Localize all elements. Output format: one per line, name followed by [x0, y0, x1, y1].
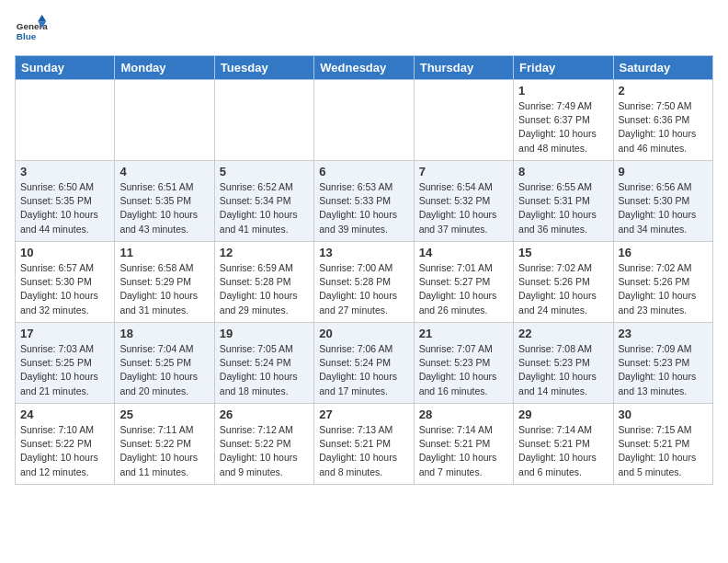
- cell-content: Sunrise: 6:51 AM Sunset: 5:35 PM Dayligh…: [119, 180, 209, 236]
- logo: General Blue: [15, 15, 51, 48]
- cell-content: Sunrise: 7:14 AM Sunset: 5:21 PM Dayligh…: [419, 423, 508, 479]
- calendar-table: SundayMondayTuesdayWednesdayThursdayFrid…: [15, 55, 713, 485]
- cell-content: Sunrise: 7:03 AM Sunset: 5:25 PM Dayligh…: [20, 342, 109, 398]
- day-number: 3: [20, 165, 109, 178]
- calendar-cell: 22Sunrise: 7:08 AM Sunset: 5:23 PM Dayli…: [514, 323, 613, 404]
- calendar-cell: 24Sunrise: 7:10 AM Sunset: 5:22 PM Dayli…: [16, 404, 115, 485]
- calendar-cell: 11Sunrise: 6:58 AM Sunset: 5:29 PM Dayli…: [115, 242, 214, 323]
- calendar-cell: 23Sunrise: 7:09 AM Sunset: 5:23 PM Dayli…: [613, 323, 712, 404]
- day-number: 23: [619, 327, 708, 340]
- calendar-week-row: 17Sunrise: 7:03 AM Sunset: 5:25 PM Dayli…: [16, 323, 713, 404]
- day-number: 17: [20, 327, 109, 340]
- day-number: 11: [119, 246, 209, 259]
- calendar-cell: 27Sunrise: 7:13 AM Sunset: 5:21 PM Dayli…: [314, 404, 414, 485]
- day-header-wednesday: Wednesday: [314, 56, 414, 80]
- cell-content: Sunrise: 6:55 AM Sunset: 5:31 PM Dayligh…: [518, 180, 608, 236]
- calendar-cell: 25Sunrise: 7:11 AM Sunset: 5:22 PM Dayli…: [115, 404, 214, 485]
- day-number: 16: [619, 246, 708, 259]
- cell-content: Sunrise: 6:58 AM Sunset: 5:29 PM Dayligh…: [119, 261, 209, 317]
- day-number: 14: [419, 246, 508, 259]
- day-number: 18: [119, 327, 209, 340]
- day-number: 10: [20, 246, 109, 259]
- calendar-cell: 12Sunrise: 6:59 AM Sunset: 5:28 PM Dayli…: [214, 242, 313, 323]
- day-number: 1: [518, 84, 608, 98]
- svg-marker-3: [38, 15, 46, 21]
- calendar-cell: 29Sunrise: 7:14 AM Sunset: 5:21 PM Dayli…: [514, 404, 613, 485]
- day-number: 21: [419, 327, 508, 340]
- cell-content: Sunrise: 6:53 AM Sunset: 5:33 PM Dayligh…: [319, 180, 408, 236]
- calendar-cell: [414, 80, 513, 161]
- calendar-cell: 26Sunrise: 7:12 AM Sunset: 5:22 PM Dayli…: [214, 404, 313, 485]
- calendar-cell: 4Sunrise: 6:51 AM Sunset: 5:35 PM Daylig…: [115, 161, 214, 242]
- cell-content: Sunrise: 7:04 AM Sunset: 5:25 PM Dayligh…: [119, 342, 209, 398]
- day-header-thursday: Thursday: [414, 56, 513, 80]
- calendar-cell: 3Sunrise: 6:50 AM Sunset: 5:35 PM Daylig…: [16, 161, 115, 242]
- day-header-friday: Friday: [514, 56, 613, 80]
- cell-content: Sunrise: 7:50 AM Sunset: 6:36 PM Dayligh…: [619, 99, 708, 155]
- calendar-cell: 17Sunrise: 7:03 AM Sunset: 5:25 PM Dayli…: [16, 323, 115, 404]
- day-number: 28: [419, 408, 508, 421]
- calendar-cell: 9Sunrise: 6:56 AM Sunset: 5:30 PM Daylig…: [613, 161, 712, 242]
- svg-text:Blue: Blue: [17, 31, 37, 41]
- day-number: 8: [518, 165, 608, 178]
- cell-content: Sunrise: 7:02 AM Sunset: 5:26 PM Dayligh…: [518, 261, 608, 317]
- calendar-cell: [115, 80, 214, 161]
- cell-content: Sunrise: 7:49 AM Sunset: 6:37 PM Dayligh…: [518, 99, 608, 155]
- day-number: 7: [419, 165, 508, 178]
- calendar-cell: [214, 80, 313, 161]
- day-number: 5: [220, 165, 309, 178]
- day-number: 9: [619, 165, 708, 178]
- calendar-week-row: 1Sunrise: 7:49 AM Sunset: 6:37 PM Daylig…: [16, 80, 713, 161]
- cell-content: Sunrise: 7:13 AM Sunset: 5:21 PM Dayligh…: [319, 423, 408, 479]
- day-number: 19: [220, 327, 309, 340]
- calendar-cell: 10Sunrise: 6:57 AM Sunset: 5:30 PM Dayli…: [16, 242, 115, 323]
- page-header: General Blue: [15, 15, 713, 48]
- cell-content: Sunrise: 7:05 AM Sunset: 5:24 PM Dayligh…: [220, 342, 309, 398]
- cell-content: Sunrise: 7:12 AM Sunset: 5:22 PM Dayligh…: [220, 423, 309, 479]
- day-header-monday: Monday: [115, 56, 214, 80]
- day-number: 12: [220, 246, 309, 259]
- calendar-cell: 19Sunrise: 7:05 AM Sunset: 5:24 PM Dayli…: [214, 323, 313, 404]
- cell-content: Sunrise: 7:06 AM Sunset: 5:24 PM Dayligh…: [319, 342, 408, 398]
- cell-content: Sunrise: 7:14 AM Sunset: 5:21 PM Dayligh…: [518, 423, 608, 479]
- cell-content: Sunrise: 7:15 AM Sunset: 5:21 PM Dayligh…: [619, 423, 708, 479]
- calendar-cell: 28Sunrise: 7:14 AM Sunset: 5:21 PM Dayli…: [414, 404, 513, 485]
- calendar-cell: 8Sunrise: 6:55 AM Sunset: 5:31 PM Daylig…: [514, 161, 613, 242]
- day-number: 6: [319, 165, 408, 178]
- day-number: 24: [20, 408, 109, 421]
- day-header-tuesday: Tuesday: [214, 56, 313, 80]
- calendar-week-row: 24Sunrise: 7:10 AM Sunset: 5:22 PM Dayli…: [16, 404, 713, 485]
- calendar-header-row: SundayMondayTuesdayWednesdayThursdayFrid…: [16, 56, 713, 80]
- cell-content: Sunrise: 6:54 AM Sunset: 5:32 PM Dayligh…: [419, 180, 508, 236]
- day-header-saturday: Saturday: [613, 56, 712, 80]
- calendar-week-row: 10Sunrise: 6:57 AM Sunset: 5:30 PM Dayli…: [16, 242, 713, 323]
- day-number: 4: [119, 165, 209, 178]
- calendar-cell: 7Sunrise: 6:54 AM Sunset: 5:32 PM Daylig…: [414, 161, 513, 242]
- day-number: 20: [319, 327, 408, 340]
- day-number: 30: [619, 408, 708, 421]
- calendar-cell: 30Sunrise: 7:15 AM Sunset: 5:21 PM Dayli…: [613, 404, 712, 485]
- cell-content: Sunrise: 7:08 AM Sunset: 5:23 PM Dayligh…: [518, 342, 608, 398]
- calendar-cell: 18Sunrise: 7:04 AM Sunset: 5:25 PM Dayli…: [115, 323, 214, 404]
- calendar-cell: [314, 80, 414, 161]
- day-number: 26: [220, 408, 309, 421]
- day-number: 29: [518, 408, 608, 421]
- calendar-cell: 15Sunrise: 7:02 AM Sunset: 5:26 PM Dayli…: [514, 242, 613, 323]
- cell-content: Sunrise: 7:07 AM Sunset: 5:23 PM Dayligh…: [419, 342, 508, 398]
- cell-content: Sunrise: 6:50 AM Sunset: 5:35 PM Dayligh…: [20, 180, 109, 236]
- calendar-cell: [16, 80, 115, 161]
- day-number: 13: [319, 246, 408, 259]
- calendar-cell: 2Sunrise: 7:50 AM Sunset: 6:36 PM Daylig…: [613, 80, 712, 161]
- calendar-cell: 16Sunrise: 7:02 AM Sunset: 5:26 PM Dayli…: [613, 242, 712, 323]
- day-number: 25: [119, 408, 209, 421]
- calendar-week-row: 3Sunrise: 6:50 AM Sunset: 5:35 PM Daylig…: [16, 161, 713, 242]
- calendar-cell: 20Sunrise: 7:06 AM Sunset: 5:24 PM Dayli…: [314, 323, 414, 404]
- calendar-cell: 21Sunrise: 7:07 AM Sunset: 5:23 PM Dayli…: [414, 323, 513, 404]
- cell-content: Sunrise: 7:11 AM Sunset: 5:22 PM Dayligh…: [119, 423, 209, 479]
- calendar-cell: 13Sunrise: 7:00 AM Sunset: 5:28 PM Dayli…: [314, 242, 414, 323]
- day-number: 22: [518, 327, 608, 340]
- cell-content: Sunrise: 7:01 AM Sunset: 5:27 PM Dayligh…: [419, 261, 508, 317]
- cell-content: Sunrise: 6:52 AM Sunset: 5:34 PM Dayligh…: [220, 180, 309, 236]
- cell-content: Sunrise: 7:00 AM Sunset: 5:28 PM Dayligh…: [319, 261, 408, 317]
- cell-content: Sunrise: 7:02 AM Sunset: 5:26 PM Dayligh…: [619, 261, 708, 317]
